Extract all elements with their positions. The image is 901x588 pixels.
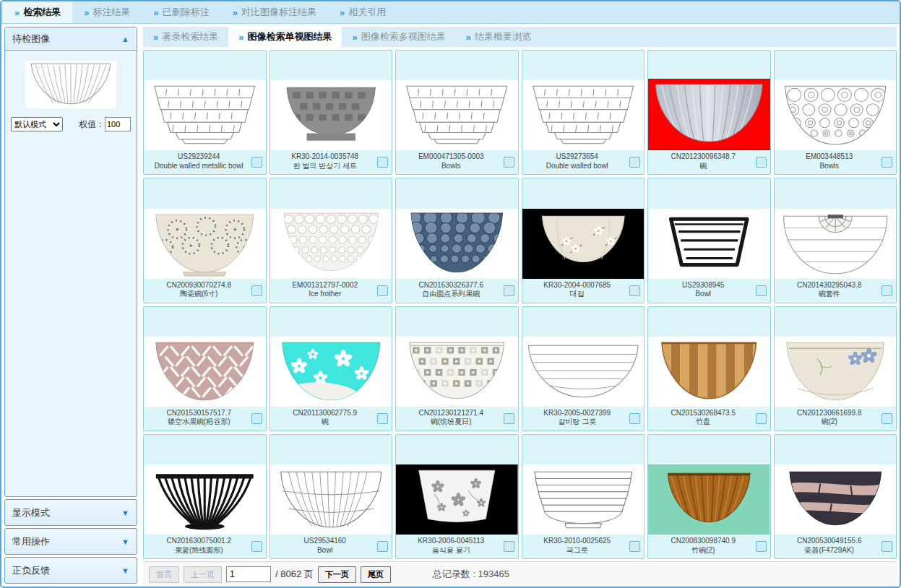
result-cell[interactable]: US29534160Bowl — [270, 434, 393, 559]
result-cell[interactable]: US29273654Double walled bowl — [522, 50, 645, 175]
result-checkbox[interactable] — [377, 413, 388, 424]
tab-related-citations[interactable]: » 相关引用 — [328, 1, 397, 23]
result-image[interactable] — [522, 80, 645, 150]
query-bowl-image — [25, 61, 116, 108]
result-checkbox[interactable] — [881, 541, 892, 552]
result-cell[interactable]: KR30-2010-0025625국그릇 — [522, 434, 645, 559]
result-checkbox[interactable] — [881, 413, 892, 424]
result-image[interactable] — [648, 209, 770, 279]
result-checkbox[interactable] — [377, 157, 388, 168]
collapse-up-icon[interactable]: ▲ — [121, 35, 129, 43]
result-cell[interactable]: US29239244Double walled metallic bowl — [143, 50, 267, 175]
tab-search-results[interactable]: » 检索结果 — [3, 1, 72, 23]
result-checkbox[interactable] — [629, 413, 640, 424]
result-cell[interactable]: CN201230096348.7碗 — [647, 50, 771, 175]
result-checkbox[interactable] — [756, 413, 767, 424]
collapse-down-icon[interactable]: ▼ — [121, 509, 129, 517]
result-cell[interactable]: CN201230121271.4碗(缤纷夏日) — [395, 306, 519, 431]
result-cell[interactable]: KR30-2005-0027399갈비탕 그릇 — [522, 306, 645, 431]
result-image[interactable] — [144, 80, 266, 150]
result-checkbox[interactable] — [629, 541, 640, 552]
result-image[interactable] — [775, 80, 897, 150]
tab-results-overview[interactable]: » 结果概要浏览 — [456, 27, 541, 47]
result-checkbox[interactable] — [881, 285, 892, 296]
weight-input[interactable] — [105, 117, 131, 131]
page-number-input[interactable] — [226, 566, 271, 582]
first-page-button[interactable]: 首页 — [149, 566, 179, 583]
result-image[interactable] — [648, 337, 770, 407]
result-checkbox[interactable] — [756, 285, 767, 296]
result-image[interactable] — [144, 464, 266, 535]
result-checkbox[interactable] — [251, 413, 262, 424]
result-cell[interactable]: CN201130062775.9碗 — [270, 306, 393, 431]
panel-positive-negative-feedback[interactable]: 正负反馈 ▼ — [4, 557, 137, 584]
collapse-down-icon[interactable]: ▼ — [121, 537, 129, 546]
result-image[interactable] — [270, 337, 392, 407]
tab-image-multi-view-results[interactable]: » 图像检索多视图结果 — [342, 27, 455, 47]
last-page-button[interactable]: 尾页 — [361, 566, 391, 583]
next-page-button[interactable]: 下一页 — [318, 566, 356, 583]
result-checkbox[interactable] — [881, 157, 892, 168]
panel-common-operations[interactable]: 常用操作 ▼ — [4, 528, 137, 555]
result-cell[interactable]: KR30-2014-0035748한 벌의 반상기 세트 — [270, 50, 393, 175]
result-caption: EM001312797-0002Ice frother — [270, 279, 392, 303]
top-tab-bar: » 检索结果 » 标注结果 » 已删除标注 » 对比图像标注结果 » 相关引用 — [1, 1, 900, 24]
tab-deleted-annotations[interactable]: » 已删除标注 — [142, 1, 220, 23]
result-checkbox[interactable] — [756, 541, 767, 552]
result-checkbox[interactable] — [629, 285, 640, 296]
result-cell[interactable]: CN201530157517.7镂空水果碗(稻谷形) — [143, 306, 267, 431]
result-cell[interactable]: CN201630075001.2果篮(简线圆形) — [143, 434, 267, 559]
collapse-down-icon[interactable]: ▼ — [121, 566, 129, 575]
result-checkbox[interactable] — [504, 541, 514, 552]
result-checkbox[interactable] — [504, 285, 514, 296]
result-image[interactable] — [396, 80, 518, 150]
result-cell[interactable]: EM001312797-0002Ice frother — [270, 178, 393, 303]
result-image[interactable] — [775, 464, 897, 535]
result-checkbox[interactable] — [251, 541, 262, 552]
result-image[interactable] — [144, 209, 266, 279]
result-cell[interactable]: CN201230661699.8碗(2) — [774, 306, 897, 431]
prev-page-button[interactable]: 上一页 — [184, 566, 222, 583]
result-cell[interactable]: CN200530049155.6瓷器(F4729AK) — [774, 434, 897, 559]
result-image[interactable] — [270, 209, 392, 279]
mode-select[interactable]: 默认模式 — [11, 117, 63, 131]
result-image[interactable] — [775, 337, 897, 407]
result-cell[interactable]: CN201530268473.5竹盘 — [647, 306, 771, 431]
result-cell[interactable]: CN200930070274.8陶瓷碗(6寸) — [143, 178, 267, 303]
result-checkbox[interactable] — [504, 413, 514, 424]
tab-image-single-view-results[interactable]: » 图像检索单视图结果 — [228, 27, 342, 47]
tab-bibliographic-results[interactable]: » 著录检索结果 — [143, 27, 228, 47]
result-cell[interactable]: EM000471305-0003Bowls — [395, 50, 519, 175]
result-cell[interactable]: CN200830098740.9竹碗(2) — [647, 434, 771, 559]
result-checkbox[interactable] — [251, 285, 262, 296]
result-checkbox[interactable] — [504, 157, 514, 168]
panel-display-mode[interactable]: 显示模式 ▼ — [4, 499, 137, 526]
app-window: » 检索结果 » 标注结果 » 已删除标注 » 对比图像标注结果 » 相关引用 … — [0, 0, 901, 588]
result-image[interactable] — [522, 337, 645, 407]
result-checkbox[interactable] — [251, 157, 262, 168]
result-cell[interactable]: CN201430295043.8碗套件 — [774, 178, 897, 303]
result-image[interactable] — [648, 464, 770, 535]
tab-compare-image-annotations[interactable]: » 对比图像标注结果 — [221, 1, 328, 23]
result-checkbox[interactable] — [377, 285, 388, 296]
result-image[interactable] — [396, 464, 518, 535]
result-checkbox[interactable] — [377, 541, 388, 552]
result-image[interactable] — [270, 464, 392, 535]
result-cell[interactable]: EM003448513Bowls — [774, 50, 897, 175]
tab-annotation-results[interactable]: » 标注结果 — [72, 1, 142, 23]
query-panel-header[interactable]: 待检图像 ▲ — [5, 27, 137, 51]
result-checkbox[interactable] — [629, 157, 640, 168]
result-image[interactable] — [648, 79, 770, 150]
result-image[interactable] — [522, 464, 645, 535]
result-image[interactable] — [522, 209, 645, 279]
result-image[interactable] — [396, 337, 518, 407]
result-image[interactable] — [775, 209, 897, 279]
result-image[interactable] — [144, 337, 266, 407]
result-image[interactable] — [270, 80, 392, 150]
result-checkbox[interactable] — [756, 157, 767, 168]
result-cell[interactable]: CN201630326377.6自由圆点系列果碗 — [395, 178, 519, 303]
result-cell[interactable]: KR30-2004-0007685대접 — [522, 178, 645, 303]
result-cell[interactable]: US29308945Bowl — [647, 178, 771, 303]
result-cell[interactable]: KR30-2006-0045113음식용 용기 — [395, 434, 519, 559]
result-image[interactable] — [396, 209, 518, 279]
